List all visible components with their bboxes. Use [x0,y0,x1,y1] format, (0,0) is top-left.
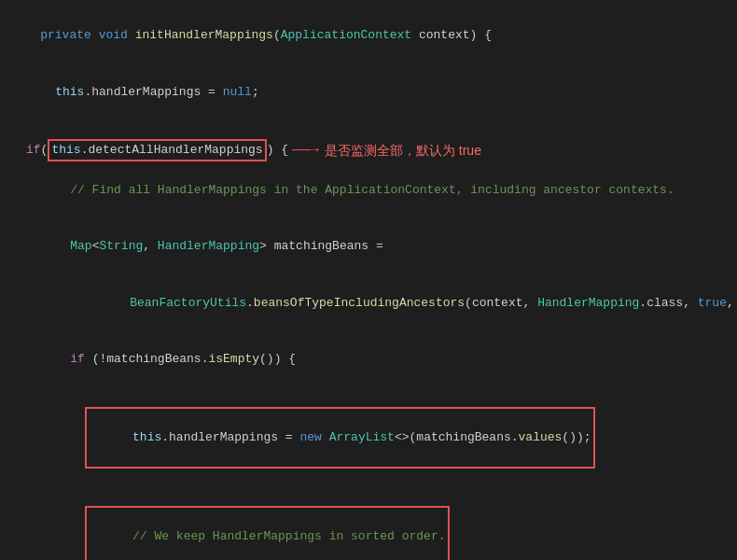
line-beanfactory: BeanFactoryUtils.beansOfTypeIncludingAnc… [101,275,726,331]
comment-find: // Find all HandlerMappings in the Appli… [70,183,674,197]
line-map: Map<String, HandlerMapping> matchingBean… [41,218,726,274]
kw-if2: if [70,352,85,366]
type-map: Map [70,239,91,253]
line-null-assign: this.handlerMappings = null; [26,63,726,119]
keyword-private: private [40,28,91,42]
box-comment-sorted: // We keep HandlerMappings in sorted ord… [85,506,449,560]
keyword-if: if [26,141,41,160]
annotation-cn1: 是否监测全部，默认为 true [325,141,481,161]
this-kw-1: this [55,85,84,99]
fn-isempty: isEmpty [208,352,259,366]
line-if-matching: if (!matchingBeans.isEmpty()) { [41,331,726,387]
line-comment-sorted: // We keep HandlerMappings in sorted ord… [56,487,726,560]
type-string: String [99,239,143,253]
blank-line-1 [11,120,726,139]
line-method-sig: private void initHandlerMappings(Applica… [11,7,726,63]
method-name: initHandlerMappings [135,28,273,42]
box-arraylist: this.handlerMappings = new ArrayList<>(m… [85,407,594,469]
if-condition-line: if (this.detectAllHandlerMappings) { ——→… [11,139,726,162]
fn-values: values [519,430,563,444]
code-container: private void initHandlerMappings(Applica… [0,0,737,560]
keyword-null: null [223,85,252,99]
type-appctx: ApplicationContext [281,28,411,42]
type-bfu: BeanFactoryUtils [130,296,246,310]
type-hm: HandlerMapping [158,239,259,253]
this-kw-2: this [132,430,161,444]
this-detect: this [51,143,80,157]
type-arraylist: ArrayList [329,430,395,444]
fn-beansoftype: beansOfTypeIncludingAncestors [254,296,465,310]
line-comment1: // Find all HandlerMappings in the Appli… [41,162,726,218]
kw-new: new [299,430,321,444]
keyword-void: void [99,28,128,42]
line-arraylist: this.handlerMappings = new ArrayList<>(m… [56,387,726,487]
kw-true: true [698,296,727,310]
comment-sorted: // We keep HandlerMappings in sorted ord… [132,529,445,543]
type-hm2: HandlerMapping [537,296,639,310]
box-condition: this.detectAllHandlerMappings [48,139,266,161]
arrow-icon: ——→ [292,139,319,162]
